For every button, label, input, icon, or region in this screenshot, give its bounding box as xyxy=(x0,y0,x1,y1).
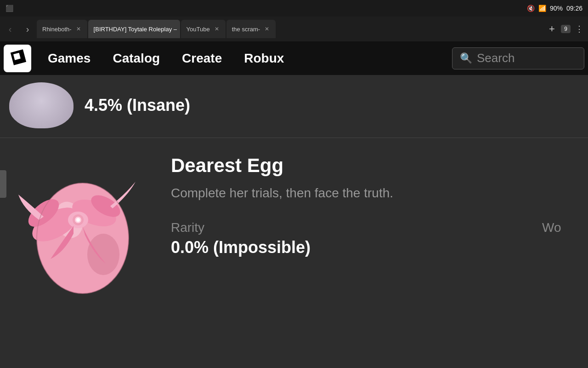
nav-links: Games Catalog Create Robux xyxy=(37,51,452,66)
item-name: Dearest Egg xyxy=(171,155,579,177)
tab-bar: ‹ › Rhineboth- ✕ [BIRTHDAY] Toytale Role… xyxy=(0,17,588,41)
new-tab-button[interactable]: + xyxy=(544,22,559,36)
svg-point-4 xyxy=(87,234,119,275)
rarity-label: Rarity xyxy=(171,220,311,235)
stats-row: Rarity 0.0% (Impossible) Wo xyxy=(171,220,579,257)
search-bar[interactable]: 🔍 Search xyxy=(452,47,584,69)
dearest-egg-svg xyxy=(14,153,152,296)
status-left: ⬛ xyxy=(6,5,13,12)
search-icon: 🔍 xyxy=(460,52,472,64)
item-description: Complete her trials, then face the truth… xyxy=(171,184,579,202)
top-item-row: 4.5% (Insane) xyxy=(0,75,588,138)
tab-count-badge[interactable]: 9 xyxy=(561,25,571,33)
roblox-logo-svg xyxy=(8,49,27,68)
top-item-rarity-value: 4.5% (Insane) xyxy=(85,96,190,115)
tab1-label: Rhineboth- xyxy=(42,26,72,33)
rarity-stat-block: Rarity 0.0% (Impossible) xyxy=(171,220,311,257)
tab3-label: YouTube xyxy=(187,26,210,33)
games-link[interactable]: Games xyxy=(37,51,102,66)
tab4-close-icon[interactable]: ✕ xyxy=(264,25,270,33)
tab3-close-icon[interactable]: ✕ xyxy=(214,25,220,33)
battery-level: 90% xyxy=(550,5,563,12)
browser-menu-button[interactable]: ⋮ xyxy=(572,22,586,36)
egg-image-container xyxy=(9,151,156,298)
status-right: 🔇 📶 90% 09:26 xyxy=(527,5,582,12)
content-area: 4.5% (Insane) xyxy=(0,75,588,311)
tab2-label: [BIRTHDAY] Toytale Roleplay – xyxy=(94,26,177,33)
forward-button[interactable]: › xyxy=(19,21,36,37)
time-display: 09:26 xyxy=(566,5,582,12)
create-link[interactable]: Create xyxy=(171,51,233,66)
tab-rhineboth[interactable]: Rhineboth- ✕ xyxy=(37,20,87,38)
tab-birthday-toytale[interactable]: [BIRTHDAY] Toytale Roleplay – ↻ ✕ xyxy=(88,20,180,38)
top-item-image xyxy=(9,82,74,128)
tab4-label: the scram- xyxy=(232,26,260,33)
wifi-icon: 📶 xyxy=(538,5,546,12)
search-placeholder: Search xyxy=(477,51,514,65)
tab1-close-icon[interactable]: ✕ xyxy=(75,25,82,33)
mute-icon: 🔇 xyxy=(527,5,535,12)
screenshot-icon: ⬛ xyxy=(6,5,13,12)
status-bar: ⬛ 🔇 📶 90% 09:26 xyxy=(0,0,588,17)
tab-youtube[interactable]: YouTube ✕ xyxy=(181,20,226,38)
roblox-nav-bar: Games Catalog Create Robux 🔍 Search xyxy=(0,41,588,75)
top-item-stats: 4.5% (Insane) xyxy=(74,96,190,115)
right-stat-label: Wo xyxy=(542,220,579,235)
tab-actions: + 9 ⋮ xyxy=(544,22,586,36)
svg-point-12 xyxy=(76,218,80,222)
robux-link[interactable]: Robux xyxy=(233,51,295,66)
side-panel-handle[interactable] xyxy=(0,170,6,198)
right-stat-block: Wo xyxy=(542,220,579,235)
roblox-logo[interactable] xyxy=(4,45,31,72)
rarity-value: 0.0% (Impossible) xyxy=(171,238,311,257)
back-button[interactable]: ‹ xyxy=(2,21,18,37)
tab-scram[interactable]: the scram- ✕ xyxy=(226,20,276,38)
item-details: Dearest Egg Complete her trials, then fa… xyxy=(156,151,579,257)
catalog-link[interactable]: Catalog xyxy=(102,51,171,66)
main-item-row: Dearest Egg Complete her trials, then fa… xyxy=(0,138,588,311)
